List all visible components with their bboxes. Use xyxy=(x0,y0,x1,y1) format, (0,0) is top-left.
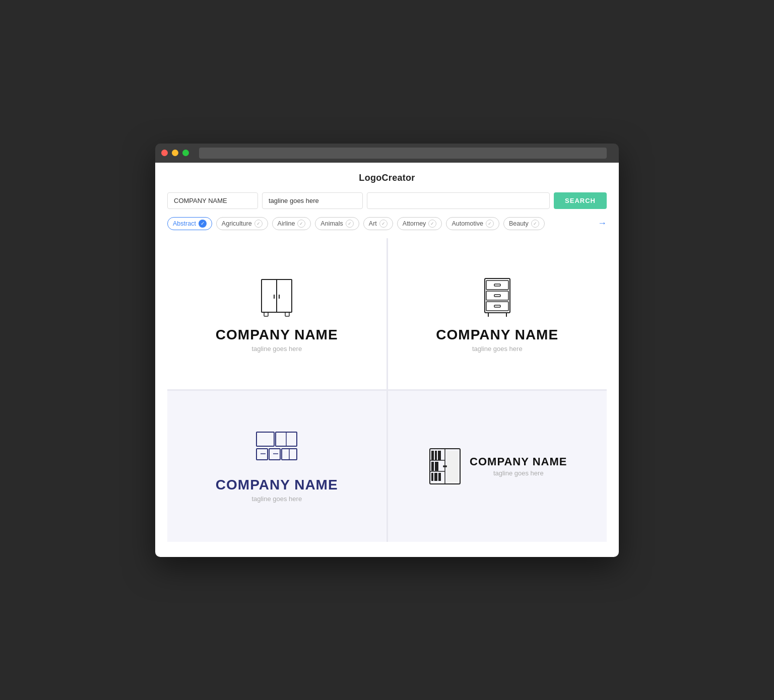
svg-rect-9 xyxy=(486,291,508,300)
company-name-input[interactable] xyxy=(167,192,258,209)
browser-window: LogoCreator SEARCH Abstract Agriculture … xyxy=(155,144,619,557)
filter-label-beauty: Beauty xyxy=(509,220,529,227)
app-title: LogoCreator xyxy=(167,173,607,183)
svg-rect-10 xyxy=(494,295,500,297)
filter-label-art: Art xyxy=(369,220,377,227)
svg-point-38 xyxy=(445,465,447,467)
logo-tagline-4: tagline goes here xyxy=(470,469,567,477)
extra-search-input[interactable] xyxy=(367,192,550,209)
filter-chip-automotive[interactable]: Automotive xyxy=(446,217,499,230)
svg-rect-36 xyxy=(446,451,459,482)
svg-rect-11 xyxy=(486,302,508,311)
svg-rect-6 xyxy=(485,278,510,313)
svg-rect-19 xyxy=(269,449,280,460)
logo-icon-bookcase xyxy=(427,446,463,486)
filter-check-animals xyxy=(346,220,354,228)
filter-next-button[interactable]: → xyxy=(598,218,607,229)
search-bar: SEARCH xyxy=(167,192,607,209)
logo-inline-layout: COMPANY NAME tagline goes here xyxy=(427,446,567,486)
svg-rect-28 xyxy=(431,451,434,460)
filter-check-beauty xyxy=(531,220,539,228)
svg-rect-34 xyxy=(434,473,437,481)
filter-chip-airline[interactable]: Airline xyxy=(272,217,311,230)
url-bar[interactable] xyxy=(199,148,607,159)
filter-check-art xyxy=(379,220,388,228)
logo-company-name-1: COMPANY NAME xyxy=(216,327,338,343)
filter-label-airline: Airline xyxy=(278,220,295,227)
svg-rect-7 xyxy=(486,281,508,290)
svg-rect-31 xyxy=(431,462,434,471)
logo-icon-wardrobe xyxy=(254,274,299,320)
filter-check-attorney xyxy=(428,220,436,228)
filter-check-abstract xyxy=(199,220,207,228)
filter-chip-agriculture[interactable]: Agriculture xyxy=(216,217,268,230)
filter-label-animals: Animals xyxy=(320,220,343,227)
logo-card-1[interactable]: COMPANY NAME tagline goes here xyxy=(167,238,386,389)
svg-rect-5 xyxy=(285,312,289,316)
filter-check-automotive xyxy=(486,220,494,228)
logo-company-name-4: COMPANY NAME xyxy=(470,455,567,468)
filter-chip-animals[interactable]: Animals xyxy=(315,217,359,230)
close-button[interactable] xyxy=(161,150,168,156)
browser-content: LogoCreator SEARCH Abstract Agriculture … xyxy=(155,163,619,557)
filter-check-airline xyxy=(297,220,305,228)
filter-check-agriculture xyxy=(254,220,263,228)
svg-rect-35 xyxy=(438,473,441,481)
filter-label-attorney: Attorney xyxy=(403,220,426,227)
svg-point-37 xyxy=(443,465,445,467)
logo-tagline-1: tagline goes here xyxy=(251,345,302,353)
logo-icon-filing-cabinet xyxy=(477,274,518,320)
svg-rect-8 xyxy=(494,284,500,286)
logo-card-4[interactable]: COMPANY NAME tagline goes here xyxy=(388,391,607,542)
svg-rect-12 xyxy=(494,305,500,307)
logo-company-name-3: COMPANY NAME xyxy=(216,477,338,493)
filter-label-abstract: Abstract xyxy=(173,220,196,227)
logo-grid: COMPANY NAME tagline goes here xyxy=(167,238,607,542)
svg-rect-29 xyxy=(435,451,437,460)
logo-tagline-3: tagline goes here xyxy=(251,495,302,503)
filter-label-agriculture: Agriculture xyxy=(222,220,252,227)
search-button[interactable]: SEARCH xyxy=(554,192,607,209)
logo-icon-shelving xyxy=(251,430,302,470)
svg-rect-4 xyxy=(264,312,268,316)
filter-chip-attorney[interactable]: Attorney xyxy=(397,217,442,230)
filter-chip-art[interactable]: Art xyxy=(363,217,393,230)
logo-tagline-2: tagline goes here xyxy=(472,345,523,353)
svg-rect-33 xyxy=(431,473,433,481)
filter-chip-abstract[interactable]: Abstract xyxy=(167,217,212,230)
logo-card-3[interactable]: COMPANY NAME tagline goes here xyxy=(167,391,386,542)
maximize-button[interactable] xyxy=(182,150,189,156)
logo-card-2[interactable]: COMPANY NAME tagline goes here xyxy=(388,238,607,389)
tagline-input[interactable] xyxy=(262,192,363,209)
filter-chip-beauty[interactable]: Beauty xyxy=(503,217,545,230)
logo-inline-text: COMPANY NAME tagline goes here xyxy=(470,455,567,477)
svg-rect-30 xyxy=(438,451,441,460)
filter-label-automotive: Automotive xyxy=(452,220,483,227)
svg-rect-18 xyxy=(256,449,268,460)
browser-titlebar xyxy=(155,144,619,163)
minimize-button[interactable] xyxy=(172,150,178,156)
filter-bar: Abstract Agriculture Airline Animals Art xyxy=(167,217,607,230)
svg-rect-15 xyxy=(256,432,274,446)
logo-company-name-2: COMPANY NAME xyxy=(436,327,558,343)
svg-rect-32 xyxy=(435,462,438,471)
